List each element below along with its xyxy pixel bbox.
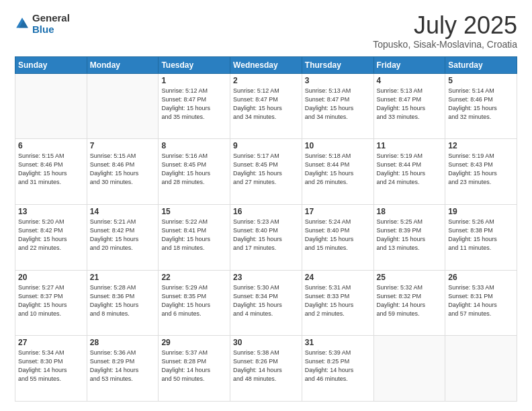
day-cell-2-3: 16Sunrise: 5:23 AM Sunset: 8:40 PM Dayli… [230,204,302,270]
day-info: Sunrise: 5:15 AM Sunset: 8:46 PM Dayligh… [90,152,156,187]
week-row-2: 6Sunrise: 5:15 AM Sunset: 8:46 PM Daylig… [15,139,517,205]
day-info: Sunrise: 5:28 AM Sunset: 8:36 PM Dayligh… [90,283,156,318]
day-info: Sunrise: 5:21 AM Sunset: 8:42 PM Dayligh… [90,218,156,253]
day-number: 2 [233,76,299,85]
day-cell-1-0: 6Sunrise: 5:15 AM Sunset: 8:46 PM Daylig… [15,139,87,205]
day-info: Sunrise: 5:13 AM Sunset: 8:47 PM Dayligh… [377,87,443,122]
day-number: 10 [305,141,371,150]
day-number: 28 [90,338,156,347]
day-cell-4-3: 30Sunrise: 5:38 AM Sunset: 8:26 PM Dayli… [230,336,302,402]
day-number: 17 [305,207,371,216]
title-location: Topusko, Sisak-Moslavina, Croatia [373,39,517,50]
day-info: Sunrise: 5:22 AM Sunset: 8:41 PM Dayligh… [161,218,227,253]
day-cell-1-4: 10Sunrise: 5:18 AM Sunset: 8:44 PM Dayli… [302,139,373,205]
day-cell-4-4: 31Sunrise: 5:39 AM Sunset: 8:25 PM Dayli… [302,336,373,402]
day-number: 11 [377,141,443,150]
day-info: Sunrise: 5:36 AM Sunset: 8:29 PM Dayligh… [90,349,156,383]
logo-text: General Blue [32,12,70,36]
day-cell-2-4: 17Sunrise: 5:24 AM Sunset: 8:40 PM Dayli… [302,204,373,270]
day-info: Sunrise: 5:15 AM Sunset: 8:46 PM Dayligh… [18,152,84,187]
day-cell-1-5: 11Sunrise: 5:19 AM Sunset: 8:44 PM Dayli… [373,139,445,205]
day-info: Sunrise: 5:16 AM Sunset: 8:45 PM Dayligh… [161,152,227,187]
day-cell-1-2: 8Sunrise: 5:16 AM Sunset: 8:45 PM Daylig… [159,139,230,205]
day-cell-1-6: 12Sunrise: 5:19 AM Sunset: 8:43 PM Dayli… [445,139,517,205]
page: General Blue July 2025 Topusko, Sisak-Mo… [0,0,532,411]
logo-icon [15,16,30,31]
day-number: 13 [18,207,84,216]
day-number: 7 [90,141,156,150]
week-row-4: 20Sunrise: 5:27 AM Sunset: 8:37 PM Dayli… [15,270,517,336]
day-number: 18 [377,207,443,216]
day-number: 15 [161,207,227,216]
day-info: Sunrise: 5:30 AM Sunset: 8:34 PM Dayligh… [233,283,299,318]
day-info: Sunrise: 5:12 AM Sunset: 8:47 PM Dayligh… [161,87,227,122]
weekday-header-row: Sunday Monday Tuesday Wednesday Thursday… [15,56,517,73]
day-number: 1 [161,76,227,85]
day-info: Sunrise: 5:19 AM Sunset: 8:43 PM Dayligh… [448,152,514,187]
day-number: 22 [161,273,227,282]
header-tuesday: Tuesday [159,56,230,73]
week-row-3: 13Sunrise: 5:20 AM Sunset: 8:42 PM Dayli… [15,204,517,270]
day-number: 9 [233,141,299,150]
logo: General Blue [15,12,70,36]
header-saturday: Saturday [445,56,517,73]
day-cell-4-6 [445,336,517,402]
day-number: 19 [448,207,514,216]
day-number: 12 [448,141,514,150]
day-number: 30 [233,338,299,347]
day-cell-0-4: 3Sunrise: 5:13 AM Sunset: 8:47 PM Daylig… [302,73,373,139]
day-cell-3-5: 25Sunrise: 5:32 AM Sunset: 8:32 PM Dayli… [373,270,445,336]
logo-blue: Blue [32,24,54,35]
header-monday: Monday [87,56,159,73]
day-info: Sunrise: 5:18 AM Sunset: 8:44 PM Dayligh… [305,152,371,187]
day-info: Sunrise: 5:13 AM Sunset: 8:47 PM Dayligh… [305,87,371,122]
day-cell-3-6: 26Sunrise: 5:33 AM Sunset: 8:31 PM Dayli… [445,270,517,336]
day-cell-3-1: 21Sunrise: 5:28 AM Sunset: 8:36 PM Dayli… [87,270,159,336]
day-info: Sunrise: 5:24 AM Sunset: 8:40 PM Dayligh… [305,218,371,253]
day-cell-3-4: 24Sunrise: 5:31 AM Sunset: 8:33 PM Dayli… [302,270,373,336]
day-cell-3-3: 23Sunrise: 5:30 AM Sunset: 8:34 PM Dayli… [230,270,302,336]
day-cell-0-2: 1Sunrise: 5:12 AM Sunset: 8:47 PM Daylig… [159,73,230,139]
day-number: 4 [377,76,443,85]
week-row-5: 27Sunrise: 5:34 AM Sunset: 8:30 PM Dayli… [15,336,517,402]
header-sunday: Sunday [15,56,87,73]
day-info: Sunrise: 5:37 AM Sunset: 8:28 PM Dayligh… [161,349,227,383]
day-number: 20 [18,273,84,282]
day-number: 6 [18,141,84,150]
day-cell-1-1: 7Sunrise: 5:15 AM Sunset: 8:46 PM Daylig… [87,139,159,205]
day-cell-4-2: 29Sunrise: 5:37 AM Sunset: 8:28 PM Dayli… [159,336,230,402]
day-info: Sunrise: 5:34 AM Sunset: 8:30 PM Dayligh… [18,349,84,383]
day-number: 27 [18,338,84,347]
day-info: Sunrise: 5:39 AM Sunset: 8:25 PM Dayligh… [305,349,371,383]
day-number: 21 [90,273,156,282]
day-number: 26 [448,273,514,282]
day-info: Sunrise: 5:33 AM Sunset: 8:31 PM Dayligh… [448,283,514,318]
day-info: Sunrise: 5:29 AM Sunset: 8:35 PM Dayligh… [161,283,227,318]
day-cell-3-0: 20Sunrise: 5:27 AM Sunset: 8:37 PM Dayli… [15,270,87,336]
day-info: Sunrise: 5:23 AM Sunset: 8:40 PM Dayligh… [233,218,299,253]
week-row-1: 1Sunrise: 5:12 AM Sunset: 8:47 PM Daylig… [15,73,517,139]
day-cell-2-6: 19Sunrise: 5:26 AM Sunset: 8:38 PM Dayli… [445,204,517,270]
day-info: Sunrise: 5:32 AM Sunset: 8:32 PM Dayligh… [377,283,443,318]
header-thursday: Thursday [302,56,373,73]
day-number: 31 [305,338,371,347]
day-cell-0-0 [15,73,87,139]
day-cell-4-5 [373,336,445,402]
logo-general: General [32,12,70,24]
day-cell-0-6: 5Sunrise: 5:14 AM Sunset: 8:46 PM Daylig… [445,73,517,139]
day-number: 24 [305,273,371,282]
day-cell-0-5: 4Sunrise: 5:13 AM Sunset: 8:47 PM Daylig… [373,73,445,139]
day-info: Sunrise: 5:17 AM Sunset: 8:45 PM Dayligh… [233,152,299,187]
day-info: Sunrise: 5:38 AM Sunset: 8:26 PM Dayligh… [233,349,299,383]
day-cell-4-0: 27Sunrise: 5:34 AM Sunset: 8:30 PM Dayli… [15,336,87,402]
day-cell-2-2: 15Sunrise: 5:22 AM Sunset: 8:41 PM Dayli… [159,204,230,270]
day-info: Sunrise: 5:25 AM Sunset: 8:39 PM Dayligh… [377,218,443,253]
day-info: Sunrise: 5:27 AM Sunset: 8:37 PM Dayligh… [18,283,84,318]
day-info: Sunrise: 5:14 AM Sunset: 8:46 PM Dayligh… [448,87,514,122]
header-wednesday: Wednesday [230,56,302,73]
calendar-table: Sunday Monday Tuesday Wednesday Thursday… [15,56,517,402]
day-info: Sunrise: 5:19 AM Sunset: 8:44 PM Dayligh… [377,152,443,187]
day-info: Sunrise: 5:12 AM Sunset: 8:47 PM Dayligh… [233,87,299,122]
day-info: Sunrise: 5:31 AM Sunset: 8:33 PM Dayligh… [305,283,371,318]
day-number: 16 [233,207,299,216]
